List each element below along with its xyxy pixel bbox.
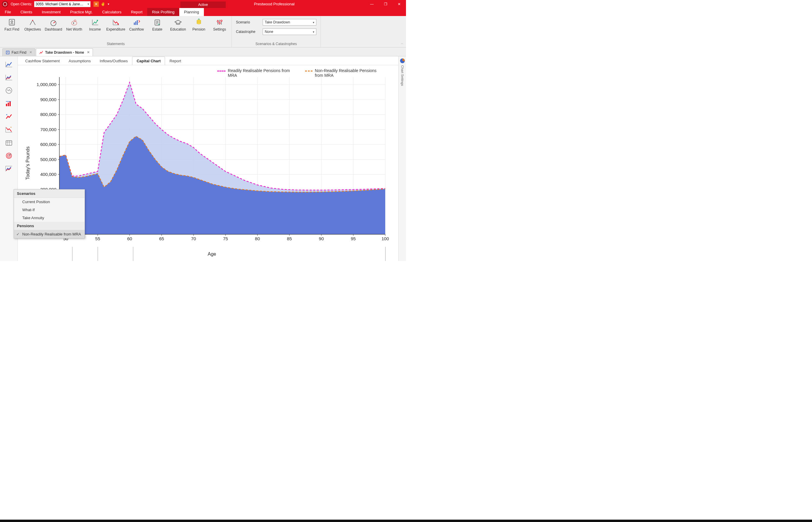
doc-tabs: Fact Find✕Take Drawdown - None✕ xyxy=(0,47,406,56)
rail-btn-3[interactable] xyxy=(3,98,15,108)
menu-item-clients[interactable]: Clients xyxy=(16,8,37,16)
rail-btn-7[interactable] xyxy=(3,150,15,161)
sub-tab-inflows-outflows[interactable]: Inflows/Outflows xyxy=(95,57,132,65)
sub-tab-capital-chart[interactable]: Capital Chart xyxy=(132,57,165,65)
ribbon-btn-dashboard[interactable]: Dashboard xyxy=(43,17,63,33)
svg-text:700,000: 700,000 xyxy=(40,127,56,132)
menu-item-calculators[interactable]: Calculators xyxy=(97,8,126,16)
doc-tab[interactable]: Fact Find✕ xyxy=(2,48,35,56)
cashflow-icon xyxy=(132,18,141,26)
rail-btn-6[interactable] xyxy=(3,138,15,148)
svg-text:60: 60 xyxy=(127,236,132,241)
svg-text:500,000: 500,000 xyxy=(40,157,56,162)
close-icon[interactable]: ✕ xyxy=(87,51,90,54)
app-icon xyxy=(2,1,8,7)
ribbon-btn-expenditure[interactable]: Expenditure xyxy=(106,17,126,33)
settings-icon xyxy=(215,18,225,26)
objectives-icon xyxy=(28,18,37,26)
ribbon-btn-net-worth[interactable]: Net Worth xyxy=(64,17,84,33)
svg-text:600,000: 600,000 xyxy=(40,142,56,147)
ribbon-btn-income[interactable]: Income xyxy=(85,17,105,33)
window-restore-button[interactable]: ❐ xyxy=(379,0,392,8)
ribbon-btn-fact-find[interactable]: Fact Find xyxy=(2,17,22,33)
svg-point-5 xyxy=(72,21,77,25)
window-close-button[interactable]: ✕ xyxy=(392,0,406,8)
doc-tab[interactable]: Take Drawdown - None✕ xyxy=(36,48,93,56)
svg-text:90: 90 xyxy=(319,236,324,241)
scenario-combo-value: Take Drawdown xyxy=(265,20,290,24)
menu-item-risk-profiling[interactable]: Risk Profiling xyxy=(147,8,179,16)
svg-point-18 xyxy=(197,22,201,24)
ribbon-btn-pension[interactable]: Pension xyxy=(189,17,209,33)
menu-item-file[interactable]: File xyxy=(0,8,16,16)
ribbon-btn-objectives[interactable]: Objectives xyxy=(22,17,43,33)
ribbon-btn-settings[interactable]: Settings xyxy=(210,17,230,33)
menu-item[interactable]: Take Annuity xyxy=(14,214,84,222)
legend-swatch xyxy=(217,71,226,72)
chart-ylabel: Today's Pounds xyxy=(25,146,31,180)
sub-tab-assumptions[interactable]: Assumptions xyxy=(64,57,95,65)
legend-swatch xyxy=(305,71,312,72)
ribbon-group-label-statements: Statements xyxy=(107,42,125,47)
ribbon: Fact FindObjectivesDashboardNet WorthInc… xyxy=(0,16,406,47)
net-worth-icon xyxy=(70,18,79,26)
hand-icon[interactable] xyxy=(101,1,106,7)
context-menu: ScenariosCurrent PositionWhat-IfTake Ann… xyxy=(14,189,85,239)
menu-header: Scenarios xyxy=(14,189,84,198)
svg-rect-32 xyxy=(6,104,7,106)
estate-icon xyxy=(153,18,162,26)
svg-text:65: 65 xyxy=(159,236,164,241)
svg-rect-14 xyxy=(137,20,138,25)
rail-btn-5[interactable] xyxy=(3,125,15,135)
pie-icon[interactable] xyxy=(400,58,405,63)
rail-btn-8[interactable] xyxy=(3,164,15,174)
menu-item[interactable]: Current Position xyxy=(14,198,84,206)
svg-text:85: 85 xyxy=(287,236,292,241)
ribbon-btn-education[interactable]: Education xyxy=(168,17,188,33)
svg-rect-7 xyxy=(73,22,74,24)
close-icon[interactable]: ✕ xyxy=(30,51,32,54)
catastrophe-combo[interactable]: None ▾ xyxy=(263,28,316,35)
menu-item-report[interactable]: Report xyxy=(126,8,147,16)
scenario-combo[interactable]: Take Drawdown ▾ xyxy=(263,19,316,25)
rail-btn-0[interactable] xyxy=(3,59,15,69)
ribbon-btn-cashflow[interactable]: Cashflow xyxy=(127,17,147,33)
open-clients-label: Open Clients: xyxy=(11,2,32,6)
svg-rect-33 xyxy=(8,103,9,106)
menu-header: Pensions xyxy=(14,222,84,230)
rail-btn-4[interactable] xyxy=(3,112,15,122)
svg-text:80: 80 xyxy=(255,236,260,241)
menubar: FileClientsInvestmentPractice Mgt.Calcul… xyxy=(0,8,406,16)
pension-icon xyxy=(194,18,204,26)
svg-rect-13 xyxy=(135,21,136,25)
svg-point-26 xyxy=(7,52,8,53)
ribbon-collapse-icon[interactable]: ︿ xyxy=(401,41,404,45)
dropdown-caret-icon[interactable]: ▾ xyxy=(108,2,109,6)
svg-rect-34 xyxy=(9,101,11,106)
menu-item-planning[interactable]: Planning xyxy=(179,8,204,16)
income-icon xyxy=(90,18,100,26)
dashboard-icon xyxy=(49,18,58,26)
svg-text:900,000: 900,000 xyxy=(40,97,56,102)
ribbon-group-scenarios: Scenario Take Drawdown ▾ Catastrophe Non… xyxy=(232,16,321,47)
ribbon-group-label-scenarios: Scenarios & Catastrophes xyxy=(255,42,297,47)
window-minimize-button[interactable]: — xyxy=(365,0,379,8)
sub-tab-cashflow-statement[interactable]: Cashflow Statement xyxy=(21,57,64,65)
close-client-button[interactable]: ✕ xyxy=(94,1,99,7)
menu-item-practice-mgt-[interactable]: Practice Mgt. xyxy=(65,8,97,16)
svg-text:75: 75 xyxy=(223,236,228,241)
menu-item[interactable]: What-If xyxy=(14,206,84,214)
fact-find-icon xyxy=(7,18,17,26)
client-combo[interactable]: 3055: Michael Client & Jane… ▾ xyxy=(34,1,91,7)
svg-line-4 xyxy=(54,22,55,23)
chart-settings-label[interactable]: Chart Settings xyxy=(401,65,404,86)
menu-item-investment[interactable]: Investment xyxy=(37,8,65,16)
svg-rect-1 xyxy=(9,19,15,25)
ribbon-btn-estate[interactable]: Estate xyxy=(147,17,168,33)
titlebar: Open Clients: 3055: Michael Client & Jan… xyxy=(0,0,406,8)
menu-item[interactable]: Non-Readily Realisable from MRA xyxy=(14,230,84,238)
rail-btn-2[interactable] xyxy=(3,85,15,96)
sub-tab-report[interactable]: Report xyxy=(165,57,186,65)
svg-rect-35 xyxy=(6,141,12,145)
rail-btn-1[interactable] xyxy=(3,73,15,82)
